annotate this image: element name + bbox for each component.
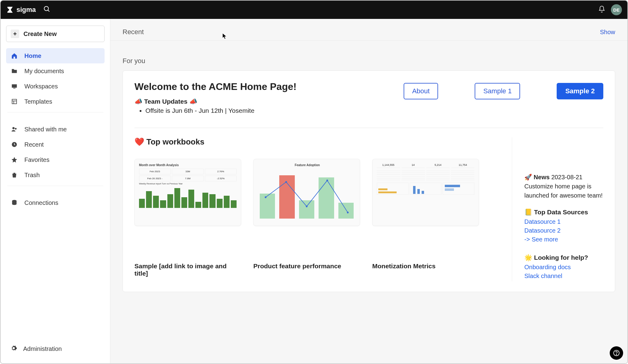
brand-name: sigma	[16, 6, 36, 14]
svg-rect-18	[413, 186, 416, 194]
help-link[interactable]: Slack channel	[524, 273, 603, 280]
sidebar-item-connections[interactable]: Connections	[6, 195, 105, 210]
sidebar-item-workspaces[interactable]: Workspaces	[6, 79, 105, 94]
sidebar-item-home[interactable]: Home	[6, 48, 105, 63]
svg-rect-3	[13, 88, 15, 89]
user-avatar[interactable]: DE	[611, 4, 622, 15]
workbook-thumbnail: Feature Adoption	[253, 159, 360, 226]
clock-icon	[10, 141, 18, 148]
brand-logo[interactable]: sigma	[6, 6, 36, 14]
topbar: sigma DE	[1, 1, 627, 19]
datasource-link[interactable]: Datasource 2	[524, 227, 603, 234]
team-updates-list: Offsite is Jun 6th - Jun 12th | Yosemite	[145, 107, 398, 114]
top-workbooks-section: ❤️ Top workbooks Month over Month Analys…	[134, 137, 500, 281]
nav-secondary: Shared with me Recent Favorites Trash	[6, 122, 105, 183]
sidebar: + Create New Home My documents Workspace…	[1, 19, 110, 363]
recent-label: Recent	[123, 28, 144, 36]
svg-point-24	[616, 355, 617, 355]
create-new-button[interactable]: + Create New	[6, 26, 105, 42]
nav-tertiary: Connections	[6, 195, 105, 210]
svg-line-1	[48, 10, 49, 12]
about-button[interactable]: About	[404, 83, 438, 99]
people-icon	[10, 125, 18, 133]
gear-icon	[10, 345, 17, 353]
sidebar-item-templates[interactable]: Templates	[6, 94, 105, 109]
top-workbooks-heading: ❤️ Top workbooks	[134, 137, 500, 147]
sample2-button[interactable]: Sample 2	[557, 83, 603, 99]
side-info-column: 🚀 News 2023-08-21 Customize home page is…	[512, 137, 603, 281]
star-icon	[10, 156, 18, 164]
svg-rect-4	[12, 99, 17, 104]
sidebar-item-trash[interactable]: Trash	[6, 167, 105, 183]
workbook-card[interactable]: Feature Adoption Product feature perform…	[253, 159, 360, 277]
news-block: 🚀 News 2023-08-21 Customize home page is…	[524, 173, 603, 200]
for-you-label: For you	[110, 41, 627, 70]
help-floating-button[interactable]	[610, 346, 623, 360]
workspace-icon	[10, 82, 18, 90]
home-icon	[10, 52, 18, 60]
plus-icon: +	[11, 30, 19, 38]
workbook-title: Monetization Metrics	[372, 262, 479, 270]
sidebar-item-my-documents[interactable]: My documents	[6, 63, 105, 79]
svg-rect-19	[417, 189, 420, 194]
svg-point-7	[12, 127, 15, 129]
template-icon	[10, 98, 18, 105]
workbook-card[interactable]: 1,144,555 14 5,214 11,754	[372, 159, 479, 277]
sigma-logo-icon	[6, 6, 14, 14]
sidebar-item-shared[interactable]: Shared with me	[6, 122, 105, 137]
svg-rect-20	[422, 191, 424, 194]
recent-header: Recent Show	[110, 19, 627, 41]
datasource-link[interactable]: Datasource 1	[524, 218, 603, 225]
sidebar-item-recent[interactable]: Recent	[6, 137, 105, 152]
folder-icon	[10, 67, 18, 75]
svg-rect-21	[445, 185, 460, 187]
welcome-title: Welcome to the ACME Home Page!	[134, 81, 398, 92]
workbook-card[interactable]: Month over Month Analysis Feb 2023 33M 2…	[134, 159, 241, 277]
team-updates-heading: 📣 Team Updates 📣	[134, 98, 398, 105]
help-heading: 🌟 Looking for help?	[524, 254, 603, 261]
workbook-title: Sample [add link to image and title]	[134, 262, 241, 277]
help-link[interactable]: Onboarding docs	[524, 264, 603, 271]
trash-icon	[10, 171, 18, 179]
team-update-item: Offsite is Jun 6th - Jun 12th | Yosemite	[145, 107, 398, 114]
megaphone-icon: 📣	[189, 98, 197, 105]
svg-point-8	[15, 128, 17, 130]
search-icon[interactable]	[43, 5, 51, 14]
svg-rect-2	[12, 84, 17, 88]
megaphone-icon: 📣	[134, 98, 142, 105]
main-content: Recent Show For you Welcome to the ACME …	[110, 19, 627, 363]
rocket-icon: 🚀	[524, 174, 532, 180]
svg-rect-22	[445, 188, 454, 191]
svg-rect-16	[378, 191, 397, 193]
nav-primary: Home My documents Workspaces Templates	[6, 48, 105, 109]
svg-rect-17	[378, 188, 387, 190]
datasources-heading: 📒 Top Data Sources	[524, 209, 603, 216]
show-link[interactable]: Show	[600, 29, 615, 36]
workbook-thumbnail: 1,144,555 14 5,214 11,754	[372, 159, 479, 226]
database-icon	[10, 199, 18, 207]
sample1-button[interactable]: Sample 1	[475, 83, 520, 99]
home-panel: Welcome to the ACME Home Page! 📣 Team Up…	[123, 70, 615, 292]
datasource-see-more-link[interactable]: -> See more	[524, 236, 603, 243]
notifications-icon[interactable]	[598, 5, 605, 14]
sidebar-item-administration[interactable]: Administration	[6, 341, 105, 357]
workbook-title: Product feature performance	[253, 262, 360, 270]
sample-buttons-row: About Sample 1 Sample 2	[404, 83, 603, 99]
svg-point-0	[44, 6, 48, 11]
workbook-thumbnail: Month over Month Analysis Feb 2023 33M 2…	[134, 159, 241, 226]
sidebar-item-favorites[interactable]: Favorites	[6, 152, 105, 167]
